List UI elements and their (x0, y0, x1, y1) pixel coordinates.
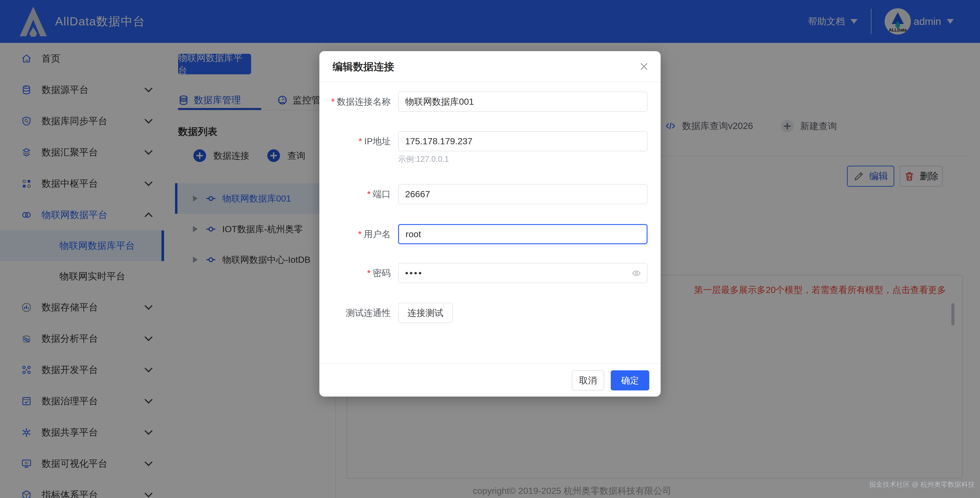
form-row-port: *端口 (319, 184, 660, 204)
ip-example-hint: 示例:127.0.0.1 (398, 154, 449, 165)
password-wrap (398, 263, 648, 283)
form-row-connection-name: *数据连接名称 (319, 92, 660, 112)
app-root: AllData数据中台 帮助文档 ALLData admin 首页 (0, 0, 980, 498)
required-mark: * (358, 136, 362, 146)
cancel-button[interactable]: 取消 (572, 370, 604, 390)
edit-connection-modal: 编辑数据连接 *数据连接名称 *IP地址 示例:127.0.0.1 *端口 *用… (319, 51, 660, 396)
modal-title: 编辑数据连接 (332, 51, 394, 82)
connection-test-button[interactable]: 连接测试 (398, 303, 453, 323)
form-row-ip: *IP地址 示例:127.0.0.1 (319, 131, 660, 151)
form-row-username: *用户名 (319, 224, 660, 244)
eye-icon[interactable] (631, 268, 641, 278)
confirm-button[interactable]: 确定 (611, 370, 649, 390)
form-row-test: 测试连通性 连接测试 (319, 303, 660, 323)
required-mark: * (367, 268, 371, 278)
modal-header: 编辑数据连接 (319, 51, 660, 82)
username-input[interactable] (398, 224, 648, 244)
site-watermark: 掘金技术社区 @ 杭州奥零数据科技 (869, 480, 975, 489)
ip-address-input[interactable] (398, 131, 648, 151)
required-mark: * (367, 189, 371, 199)
password-input[interactable] (398, 263, 648, 283)
form-row-password: *密码 (319, 263, 660, 283)
port-input[interactable] (398, 184, 648, 204)
required-mark: * (358, 229, 361, 239)
required-mark: * (331, 97, 335, 107)
modal-footer: 取消 确定 (319, 363, 660, 396)
close-icon[interactable] (639, 61, 649, 72)
connection-name-input[interactable] (398, 92, 648, 112)
